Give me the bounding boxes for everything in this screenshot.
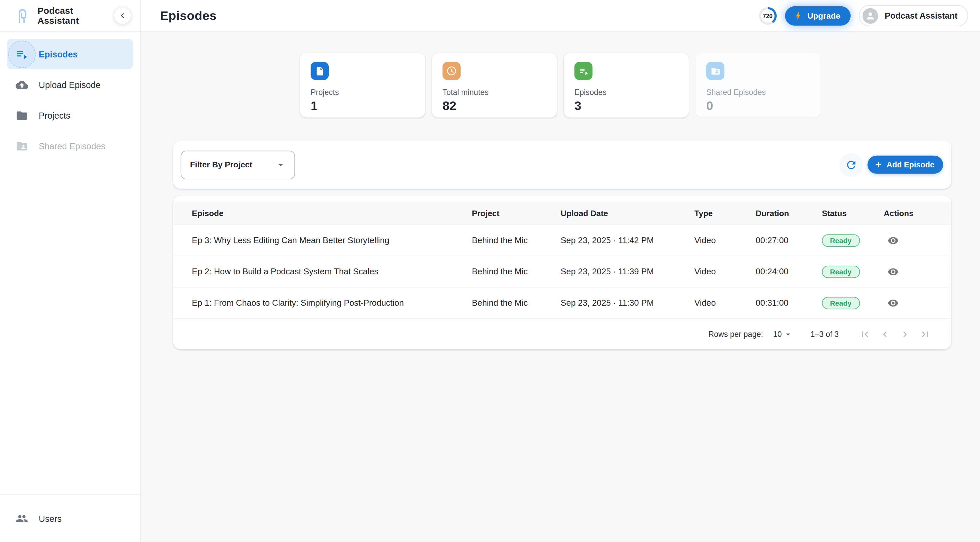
first-page-icon <box>859 328 870 340</box>
avatar <box>863 8 878 24</box>
main-area: Episodes 720 Upgrade Pod <box>141 0 980 542</box>
episode-duration: 00:31:00 <box>756 298 822 307</box>
episode-project: Behind the Mic <box>472 267 561 277</box>
project-filter-label: Filter By Project <box>190 160 275 169</box>
stat-card-shared-episodes: Shared Episodes 0 <box>696 53 821 118</box>
previous-page-button[interactable] <box>880 328 891 340</box>
stat-label: Projects <box>310 88 414 97</box>
eye-icon <box>888 297 899 308</box>
episode-type: Video <box>694 298 756 307</box>
refresh-button[interactable] <box>839 153 863 176</box>
sidebar-item-upload-episode[interactable]: Upload Episode <box>7 69 133 100</box>
view-episode-button[interactable] <box>888 235 899 246</box>
sidebar-collapse-button[interactable] <box>114 7 131 24</box>
plus-icon <box>873 160 883 169</box>
topbar-actions: 720 Upgrade Podcast Assistant <box>759 5 968 26</box>
refresh-icon <box>845 159 857 171</box>
sidebar-item-users[interactable]: Users <box>7 503 133 534</box>
stat-card-total-minutes: Total minutes 82 <box>432 53 557 118</box>
sidebar-item-label: Upload Episode <box>39 79 100 89</box>
rows-per-page-value: 10 <box>773 330 782 339</box>
episode-type: Video <box>694 267 756 277</box>
lightning-bolt-icon <box>793 11 803 21</box>
sidebar-item-label: Episodes <box>39 49 78 59</box>
column-header-status: Status <box>822 208 883 218</box>
episode-type: Video <box>694 235 756 245</box>
eye-icon <box>888 235 899 246</box>
stat-value: 82 <box>442 99 546 113</box>
sidebar-footer: Users <box>0 494 140 542</box>
stat-card-episodes: Episodes 3 <box>564 53 689 118</box>
rows-per-page-select[interactable]: 10 <box>773 329 793 339</box>
table-pagination: Rows per page: 10 1–3 of 3 <box>173 318 951 349</box>
stat-label: Shared Episodes <box>706 88 810 97</box>
credits-count: 720 <box>759 6 776 25</box>
rows-per-page-label: Rows per page: <box>708 330 763 339</box>
project-filter-select[interactable]: Filter By Project <box>181 150 295 179</box>
stat-value: 3 <box>574 99 678 113</box>
stat-value: 0 <box>706 99 810 113</box>
eye-icon <box>888 266 899 277</box>
episodes-table: Episode Project Upload Date Type Duratio… <box>173 196 951 349</box>
table-header-row: Episode Project Upload Date Type Duratio… <box>173 202 951 224</box>
column-header-type: Type <box>694 208 756 218</box>
sidebar-item-label: Users <box>39 514 62 524</box>
episode-upload-date: Sep 23, 2025 · 11:30 PM <box>561 298 694 307</box>
last-page-button[interactable] <box>919 328 931 340</box>
add-episode-button[interactable]: Add Episode <box>867 156 943 174</box>
view-episode-button[interactable] <box>888 266 899 277</box>
column-header-duration: Duration <box>756 208 822 218</box>
table-row: Ep 2: How to Build a Podcast System That… <box>173 256 951 287</box>
last-page-icon <box>919 328 931 340</box>
sidebar-nav: Episodes Upload Episode Projects Shared … <box>0 32 140 494</box>
cloud-upload-icon <box>16 78 28 91</box>
stats-row: Projects 1 Total minutes 82 Episodes 3 <box>141 53 980 118</box>
folder-shared-icon <box>706 62 724 80</box>
sidebar-item-episodes[interactable]: Episodes <box>7 39 133 69</box>
page-title: Episodes <box>160 8 217 23</box>
episode-duration: 00:27:00 <box>756 235 822 245</box>
column-header-episode: Episode <box>192 208 472 218</box>
table-row: Ep 1: From Chaos to Clarity: Simplifying… <box>173 287 951 318</box>
episode-upload-date: Sep 23, 2025 · 11:42 PM <box>561 235 694 245</box>
add-episode-label: Add Episode <box>886 160 934 169</box>
column-header-upload-date: Upload Date <box>561 208 694 218</box>
upgrade-label: Upgrade <box>807 11 840 21</box>
account-name: Podcast Assistant <box>885 11 957 21</box>
stat-label: Episodes <box>574 88 678 97</box>
sidebar-item-shared-episodes[interactable]: Shared Episodes <box>7 131 133 161</box>
episode-title: Ep 2: How to Build a Podcast System That… <box>192 267 472 277</box>
first-page-button[interactable] <box>859 328 870 340</box>
status-badge: Ready <box>822 234 859 246</box>
next-page-button[interactable] <box>899 328 911 340</box>
file-icon <box>310 62 329 80</box>
sidebar-header: Podcast Assistant <box>0 0 140 32</box>
table-row: Ep 3: Why Less Editing Can Mean Better S… <box>173 224 951 256</box>
upgrade-button[interactable]: Upgrade <box>785 6 851 25</box>
account-menu[interactable]: Podcast Assistant <box>859 5 968 26</box>
episode-title: Ep 3: Why Less Editing Can Mean Better S… <box>192 235 472 245</box>
person-icon <box>865 10 876 21</box>
stat-card-projects: Projects 1 <box>300 53 425 118</box>
brand-title: Podcast Assistant <box>38 6 114 25</box>
episode-project: Behind the Mic <box>472 235 561 245</box>
folder-shared-icon <box>16 140 28 152</box>
episode-duration: 00:24:00 <box>756 267 822 277</box>
filter-actions: Add Episode <box>839 153 943 176</box>
chevron-left-icon <box>880 328 891 340</box>
clock-icon <box>442 62 461 80</box>
column-header-actions: Actions <box>884 208 951 218</box>
status-badge: Ready <box>822 265 859 278</box>
sidebar: Podcast Assistant Episodes Upload Episod… <box>0 0 141 542</box>
sidebar-item-projects[interactable]: Projects <box>7 100 133 131</box>
paperclip-logo-icon <box>17 8 28 23</box>
sidebar-item-label: Shared Episodes <box>39 141 105 151</box>
stat-value: 1 <box>310 99 414 113</box>
playlist-play-icon <box>574 62 593 80</box>
stat-label: Total minutes <box>442 88 546 97</box>
chevron-left-icon <box>118 11 127 21</box>
folder-icon <box>16 109 28 121</box>
credits-progress-ring[interactable]: 720 <box>759 6 776 25</box>
view-episode-button[interactable] <box>888 297 899 308</box>
active-ripple <box>8 40 36 68</box>
